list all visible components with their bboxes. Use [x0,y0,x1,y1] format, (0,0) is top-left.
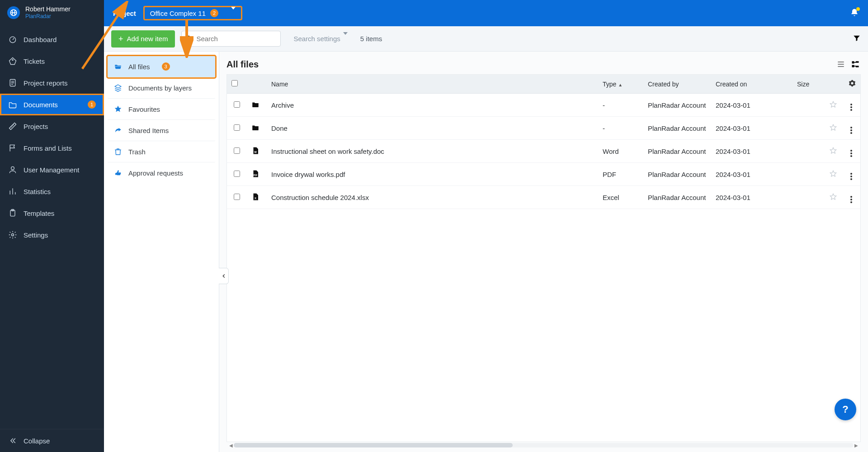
column-name[interactable]: Name [267,75,598,94]
row-more-button[interactable] [850,150,852,157]
tree-item-trash[interactable]: Trash [108,141,215,162]
file-type-icon: X [251,193,259,201]
cell-created-by: PlanRadar Account [643,163,711,186]
search-input[interactable] [181,31,281,47]
cell-name: Instructional sheet on work safety.doc [267,140,598,163]
row-more-button[interactable] [850,104,852,111]
folder-icon [8,100,17,109]
cell-type: - [598,94,643,117]
cell-created-by: PlanRadar Account [643,140,711,163]
sidebar-item-statistics[interactable]: Statistics [0,181,104,202]
svg-point-1 [12,60,13,61]
items-count: 5 items [360,35,382,43]
column-created-by[interactable]: Created by [643,75,711,94]
tree-item-documents-by-layers[interactable]: Documents by layers [108,77,215,99]
add-new-item-button[interactable]: + Add new item [111,30,175,48]
table-settings-button[interactable] [849,81,856,88]
search-settings-button[interactable]: Search settings [293,35,347,43]
sidebar-item-label: Tickets [24,57,45,65]
cell-size [793,94,824,117]
sidebar-item-project-reports[interactable]: Project reports [0,72,104,94]
view-tree-button[interactable] [850,59,861,70]
row-checkbox[interactable] [234,194,240,200]
documents-table: Name Type▲ Created by Created on Size Ar… [227,75,860,209]
clipboard-icon [8,209,17,218]
row-more-button[interactable] [850,173,852,180]
file-type-icon [251,100,259,109]
cell-type: - [598,117,643,140]
tag-icon [8,57,17,66]
svg-point-6 [12,234,14,236]
table-row[interactable]: WInstructional sheet on work safety.docW… [227,140,860,163]
select-all-checkbox[interactable] [231,80,238,86]
sidebar-collapse[interactable]: Collapse [0,429,104,452]
sidebar-item-label: Statistics [24,188,51,195]
sidebar-item-user-management[interactable]: User Management [0,159,104,181]
cell-created-by: PlanRadar Account [643,117,711,140]
sort-asc-icon: ▲ [618,82,623,87]
row-more-button[interactable] [850,127,852,134]
brand-name: PlanRadar [25,13,71,19]
column-size[interactable]: Size [793,75,824,94]
sidebar-item-projects[interactable]: Projects [0,115,104,137]
cell-created-on: 2024-03-01 [711,140,793,163]
folder-tree-panel: All files 3 Documents by layers Favourit… [104,52,219,452]
favorite-star-button[interactable] [829,125,837,133]
tree-item-label: Documents by layers [128,84,192,92]
favorite-star-button[interactable] [829,171,837,179]
user-icon [8,165,17,174]
sidebar-item-forms-lists[interactable]: Forms and Lists [0,137,104,159]
row-checkbox[interactable] [234,101,240,108]
sidebar-item-dashboard[interactable]: Dashboard [0,29,104,50]
data-table-scroll[interactable]: Name Type▲ Created by Created on Size Ar… [226,74,861,442]
notifications-button[interactable] [850,8,859,19]
favorite-star-button[interactable] [829,195,837,202]
tree-item-label: Trash [128,148,146,156]
cell-size [793,163,824,186]
sidebar-item-templates[interactable]: Templates [0,202,104,224]
tree-item-favourites[interactable]: Favourites [108,99,215,120]
add-button-label: Add new item [127,35,168,43]
sidebar-item-label: Templates [24,209,54,217]
row-more-button[interactable] [850,196,852,203]
sidebar-item-settings[interactable]: Settings [0,224,104,246]
user-name: Robert Hammer [25,5,71,13]
tree-collapse-handle[interactable] [219,268,229,284]
report-icon [8,78,17,87]
tree-item-shared-items[interactable]: Shared Items [108,120,215,141]
row-checkbox[interactable] [234,124,240,131]
favorite-star-button[interactable] [829,102,837,110]
table-row[interactable]: Done-PlanRadar Account2024-03-01 [227,117,860,140]
filter-button[interactable] [853,34,861,43]
project-selector[interactable]: Office Complex 11 2 [143,6,242,20]
gauge-icon [8,35,17,44]
svg-point-7 [187,36,190,39]
sidebar-header: Robert Hammer PlanRadar [0,0,104,25]
row-checkbox[interactable] [234,147,240,154]
sidebar-item-tickets[interactable]: Tickets [0,50,104,72]
column-created-on[interactable]: Created on [711,75,793,94]
sidebar-item-label: Settings [24,231,48,239]
horizontal-scrollbar[interactable]: ◀ ▶ [226,442,861,448]
tree-item-all-files[interactable]: All files 3 [108,56,215,77]
table-header-row: Name Type▲ Created by Created on Size [227,75,860,94]
row-checkbox[interactable] [234,171,240,177]
table-row[interactable]: Archive-PlanRadar Account2024-03-01 [227,94,860,117]
column-type[interactable]: Type▲ [598,75,643,94]
cell-size [793,186,824,209]
app-logo-icon [7,6,20,19]
table-row[interactable]: PDFInvoice drywal works.pdfPDFPlanRadar … [227,163,860,186]
project-label: Project [113,10,136,17]
favorite-star-button[interactable] [829,148,837,156]
sidebar-item-documents[interactable]: Documents 1 [0,94,104,115]
content-body: All files 3 Documents by layers Favourit… [104,52,868,452]
cell-name: Archive [267,94,598,117]
sidebar-item-label: Documents [24,101,58,109]
table-row[interactable]: XConstruction schedule 2024.xlsxExcelPla… [227,186,860,209]
file-type-icon: PDF [251,170,259,178]
notification-dot-icon [856,7,860,11]
help-button[interactable]: ? [835,399,856,420]
tree-item-approval-requests[interactable]: Approval requests [108,162,215,183]
sidebar-item-label: Projects [24,123,48,130]
view-list-button[interactable] [835,59,846,70]
